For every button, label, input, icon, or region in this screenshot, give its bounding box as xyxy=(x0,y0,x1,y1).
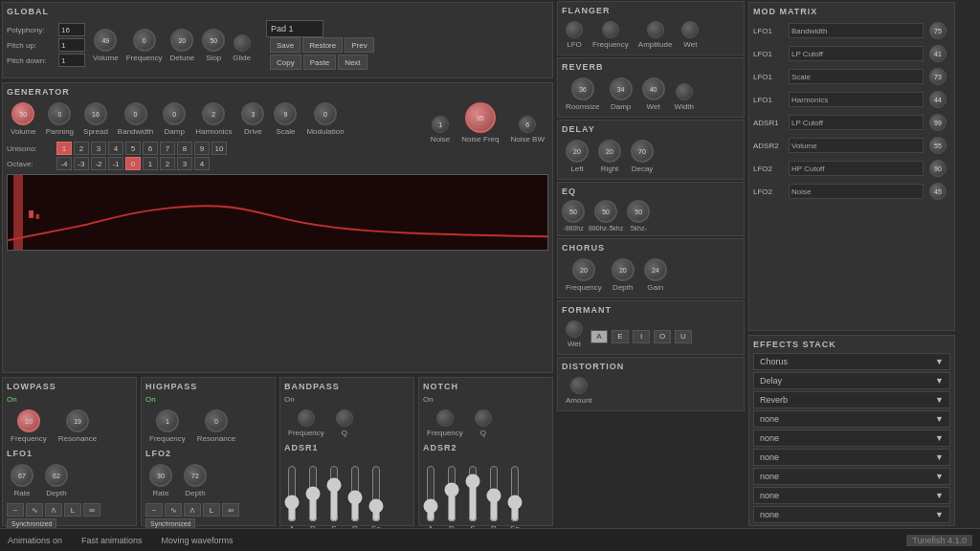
octave-neg2[interactable]: -2 xyxy=(91,157,106,170)
lfo1-rate-knob[interactable]: 67 xyxy=(11,464,33,487)
unisono-3[interactable]: 3 xyxy=(91,142,106,155)
eq-low-knob[interactable]: 50 xyxy=(562,200,585,223)
adsr2-d-slider[interactable] xyxy=(444,465,459,522)
chorus-gain-knob[interactable]: 24 xyxy=(644,258,667,281)
octave-4[interactable]: 4 xyxy=(194,157,210,170)
fast-animations-link[interactable]: Fast animations xyxy=(81,536,143,545)
save-button[interactable]: Save xyxy=(270,37,301,53)
adsr2-r-slider[interactable] xyxy=(486,465,501,522)
mod-knob-2[interactable]: 73 xyxy=(929,68,947,85)
gen-drive-knob[interactable]: 3 xyxy=(241,102,264,125)
mod-knob-0[interactable]: 75 xyxy=(929,22,947,39)
lfo1-wave-rand[interactable]: ∞ xyxy=(83,503,100,517)
lfo1-sync-button[interactable]: Synchronized xyxy=(7,518,56,528)
gen-damp-knob[interactable]: 0 xyxy=(163,102,186,125)
vowel-i[interactable]: I xyxy=(633,330,650,343)
lfo2-wave-rand[interactable]: ∞ xyxy=(222,503,239,517)
unisono-6[interactable]: 6 xyxy=(143,142,158,155)
reverb-damp-knob[interactable]: 34 xyxy=(610,77,633,100)
notch-freq-knob[interactable] xyxy=(436,409,454,427)
eq-high-knob[interactable]: 50 xyxy=(627,200,650,223)
effect-item-4[interactable]: none ▼ xyxy=(753,430,950,447)
unisono-10[interactable]: 10 xyxy=(212,142,227,155)
prev-button[interactable]: Prev xyxy=(345,37,373,53)
unisono-8[interactable]: 8 xyxy=(177,142,192,155)
volume-knob[interactable]: 49 xyxy=(94,29,117,52)
gen-scale-knob[interactable]: 9 xyxy=(274,102,297,125)
gen-volume-knob[interactable]: 50 xyxy=(11,102,34,125)
lfo2-rate-knob[interactable]: 30 xyxy=(149,464,172,487)
mod-knob-6[interactable]: 90 xyxy=(929,160,947,177)
gen-panning-knob[interactable]: 0 xyxy=(48,102,71,125)
vowel-a[interactable]: A xyxy=(590,330,608,343)
restore-button[interactable]: Restore xyxy=(302,37,343,53)
pitch-down-input[interactable] xyxy=(58,54,85,67)
lfo1-wave-sine[interactable]: ~ xyxy=(7,503,24,517)
lfo1-depth-knob[interactable]: 62 xyxy=(45,464,68,487)
delay-right-knob[interactable]: 20 xyxy=(598,140,621,163)
glide-knob[interactable] xyxy=(234,34,251,52)
detune-knob[interactable]: 20 xyxy=(170,29,193,52)
copy-button[interactable]: Copy xyxy=(270,55,301,70)
next-button[interactable]: Next xyxy=(338,55,367,70)
bandpass-on[interactable]: On xyxy=(284,395,410,404)
octave-2[interactable]: 2 xyxy=(160,157,175,170)
reverb-width-knob[interactable] xyxy=(676,83,693,100)
unisono-5[interactable]: 5 xyxy=(125,142,141,155)
frequency-knob[interactable]: 0 xyxy=(133,29,156,52)
reverb-roomsize-knob[interactable]: 36 xyxy=(571,77,594,100)
effect-item-2[interactable]: Reverb ▼ xyxy=(753,391,950,408)
gen-modulation-knob[interactable]: 0 xyxy=(314,102,337,125)
effect-item-0[interactable]: Chorus ▼ xyxy=(753,353,950,370)
pitch-up-input[interactable] xyxy=(58,38,85,52)
notch-q-knob[interactable] xyxy=(475,409,492,427)
lfo1-wave-sq[interactable]: L xyxy=(64,503,81,517)
distortion-amount-knob[interactable] xyxy=(570,377,588,394)
lowpass-freq-knob[interactable]: 10 xyxy=(17,409,40,432)
octave-neg1[interactable]: -1 xyxy=(108,157,123,170)
unisono-9[interactable]: 9 xyxy=(194,142,210,155)
highpass-freq-knob[interactable]: 1 xyxy=(156,409,179,432)
adsr1-a-slider[interactable] xyxy=(284,465,300,522)
formant-wet-knob[interactable] xyxy=(566,320,583,338)
unisono-1[interactable]: 1 xyxy=(56,142,72,155)
octave-1[interactable]: 1 xyxy=(143,157,158,170)
polyphony-input[interactable] xyxy=(58,23,85,36)
lfo2-depth-knob[interactable]: 72 xyxy=(184,464,207,487)
adsr1-sp-slider[interactable] xyxy=(368,465,384,522)
slop-knob[interactable]: 50 xyxy=(202,29,225,52)
animations-link[interactable]: Animations on xyxy=(8,536,62,545)
mod-knob-1[interactable]: 41 xyxy=(929,45,947,62)
lowpass-on[interactable]: On xyxy=(7,395,132,404)
octave-3[interactable]: 3 xyxy=(177,157,192,170)
chorus-freq-knob[interactable]: 20 xyxy=(572,258,595,281)
mod-knob-5[interactable]: 55 xyxy=(929,137,947,154)
mod-knob-3[interactable]: 44 xyxy=(929,91,947,108)
eq-mid-knob[interactable]: 50 xyxy=(594,200,617,223)
highpass-res-knob[interactable]: 0 xyxy=(205,409,228,432)
lfo2-sync-button[interactable]: Synchronized xyxy=(145,518,195,528)
octave-neg4[interactable]: -4 xyxy=(56,157,72,170)
mod-knob-4[interactable]: 99 xyxy=(929,114,947,131)
moving-waveforms-link[interactable]: Moving waveforms xyxy=(162,536,234,545)
lowpass-res-knob[interactable]: 19 xyxy=(66,409,89,432)
lfo1-wave-tri[interactable]: ∿ xyxy=(26,503,43,517)
effect-item-8[interactable]: none ▼ xyxy=(753,506,950,523)
effect-item-3[interactable]: none ▼ xyxy=(753,410,950,428)
lfo2-wave-sq[interactable]: L xyxy=(203,503,220,517)
flanger-lfo-knob[interactable] xyxy=(566,21,583,38)
bandpass-q-knob[interactable] xyxy=(336,409,353,427)
delay-decay-knob[interactable]: 70 xyxy=(631,140,654,163)
adsr2-sp-slider[interactable] xyxy=(507,465,523,522)
gen-harmonics-knob[interactable]: 2 xyxy=(202,102,225,125)
mod-knob-7[interactable]: 45 xyxy=(929,183,947,200)
adsr2-s-slider[interactable] xyxy=(465,465,480,522)
effect-item-1[interactable]: Delay ▼ xyxy=(753,372,950,389)
octave-0[interactable]: 0 xyxy=(125,157,141,170)
adsr1-s-slider[interactable] xyxy=(326,465,342,522)
lfo2-wave-saw[interactable]: /\ xyxy=(184,503,201,517)
chorus-depth-knob[interactable]: 20 xyxy=(612,258,635,281)
notch-on[interactable]: On xyxy=(423,395,548,404)
highpass-on[interactable]: On xyxy=(145,395,271,404)
adsr1-d-slider[interactable] xyxy=(305,465,321,522)
